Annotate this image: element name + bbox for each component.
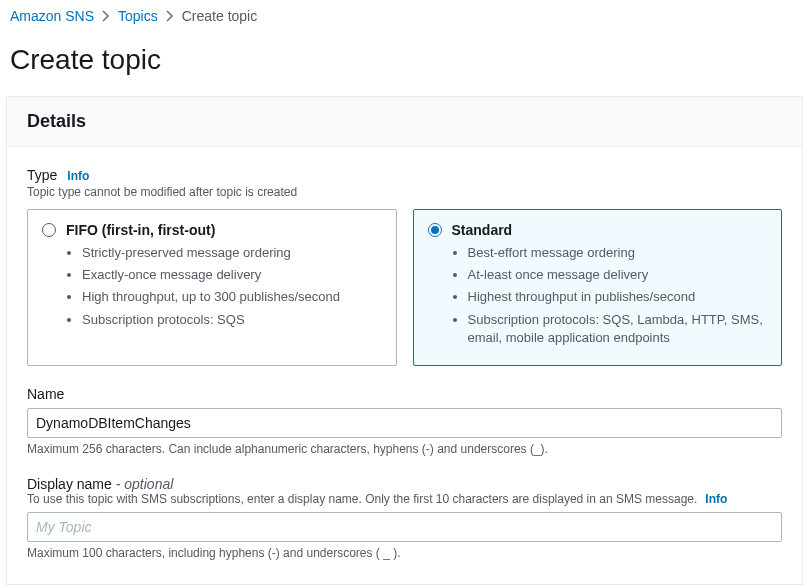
panel-header: Details — [7, 97, 802, 147]
chevron-right-icon — [166, 10, 174, 22]
tile-fifo-title: FIFO (first-in, first-out) — [66, 222, 215, 238]
display-name-label: Display name — [27, 476, 112, 492]
breadcrumb-topics[interactable]: Topics — [118, 8, 158, 24]
tile-fifo[interactable]: FIFO (first-in, first-out) Strictly-pres… — [27, 209, 397, 366]
list-item: Exactly-once message delivery — [82, 266, 382, 284]
tile-standard-title: Standard — [452, 222, 513, 238]
display-name-desc: To use this topic with SMS subscriptions… — [27, 492, 697, 506]
name-label: Name — [27, 386, 782, 402]
breadcrumb-root[interactable]: Amazon SNS — [10, 8, 94, 24]
list-item: Strictly-preserved message ordering — [82, 244, 382, 262]
display-name-input[interactable] — [27, 512, 782, 542]
list-item: At-least once message delivery — [468, 266, 768, 284]
panel-title: Details — [27, 111, 782, 132]
type-tiles: FIFO (first-in, first-out) Strictly-pres… — [27, 209, 782, 366]
list-item: Subscription protocols: SQS — [82, 311, 382, 329]
tile-fifo-list: Strictly-preserved message ordering Exac… — [42, 244, 382, 329]
panel-body: Type Info Topic type cannot be modified … — [7, 147, 802, 584]
optional-text: - optional — [112, 476, 173, 492]
display-name-info-link[interactable]: Info — [705, 492, 727, 506]
type-field: Type Info Topic type cannot be modified … — [27, 167, 782, 366]
type-info-link[interactable]: Info — [67, 169, 89, 183]
list-item: Highest throughput in publishes/second — [468, 288, 768, 306]
tile-standard-list: Best-effort message ordering At-least on… — [428, 244, 768, 347]
type-label: Type — [27, 167, 57, 183]
display-name-field: Display name - optional To use this topi… — [27, 476, 782, 560]
name-input[interactable] — [27, 408, 782, 438]
page-title: Create topic — [0, 28, 809, 96]
display-name-constraint: Maximum 100 characters, including hyphen… — [27, 546, 782, 560]
breadcrumb: Amazon SNS Topics Create topic — [0, 0, 809, 28]
name-field: Name Maximum 256 characters. Can include… — [27, 386, 782, 456]
name-constraint: Maximum 256 characters. Can include alph… — [27, 442, 782, 456]
list-item: Best-effort message ordering — [468, 244, 768, 262]
chevron-right-icon — [102, 10, 110, 22]
radio-standard[interactable] — [428, 223, 442, 237]
list-item: High throughput, up to 300 publishes/sec… — [82, 288, 382, 306]
type-desc: Topic type cannot be modified after topi… — [27, 185, 782, 199]
breadcrumb-current: Create topic — [182, 8, 257, 24]
list-item: Subscription protocols: SQS, Lambda, HTT… — [468, 311, 768, 347]
radio-fifo[interactable] — [42, 223, 56, 237]
details-panel: Details Type Info Topic type cannot be m… — [6, 96, 803, 585]
tile-standard[interactable]: Standard Best-effort message ordering At… — [413, 209, 783, 366]
